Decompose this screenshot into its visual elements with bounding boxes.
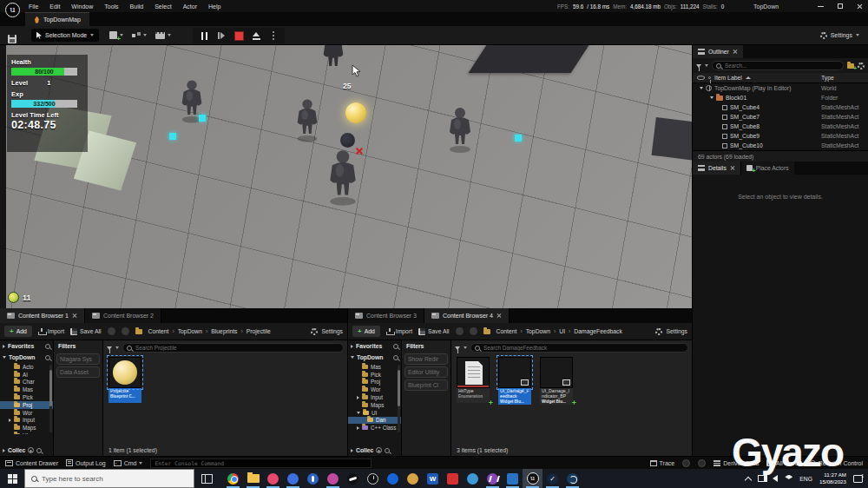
menu-actor[interactable]: Actor — [183, 3, 197, 10]
filter-pill[interactable]: Blueprint Cl — [404, 379, 448, 391]
pause-button[interactable] — [198, 30, 210, 42]
tree-item[interactable]: Wor — [348, 386, 401, 393]
tree-item[interactable]: Char — [0, 379, 53, 386]
item-label-column[interactable]: Item Label — [714, 75, 742, 81]
tree-item[interactable]: Acto — [0, 363, 53, 371]
breadcrumb-item[interactable]: UI — [559, 328, 565, 334]
game-viewport[interactable]: 25 Health 80/100 Level 1 Exp 332/500 Lev… — [6, 45, 692, 308]
close-icon[interactable] — [72, 313, 77, 319]
cb1-search-input[interactable] — [135, 345, 343, 351]
asset-hittype[interactable]: HitType Enumeration — [457, 357, 491, 405]
filter-pill[interactable]: Show Redir — [404, 353, 448, 365]
outliner-row-world[interactable]: TopDownMap (Play In Editor) World — [693, 83, 868, 93]
cmd-dropdown[interactable]: ›Cmd — [114, 460, 143, 466]
stop-button[interactable] — [233, 30, 245, 42]
search-icon[interactable] — [393, 344, 398, 349]
viewport-settings-dropdown[interactable]: Settings — [820, 29, 859, 42]
tree-item[interactable]: Wor — [0, 409, 53, 417]
console-command-input[interactable] — [155, 460, 367, 466]
tree-item-selected[interactable]: Dan — [348, 417, 401, 425]
topdown-section[interactable]: TopDown — [0, 352, 53, 363]
forward-button[interactable] — [122, 327, 129, 335]
outliner-row-mesh[interactable]: SM_Cube8 StaticMeshAct — [693, 122, 868, 131]
outliner-row-folder[interactable]: Block01 Folder — [693, 93, 868, 102]
app-chrome[interactable] — [223, 469, 243, 488]
visibility-column-icon[interactable] — [697, 76, 705, 80]
tree-item[interactable]: Pick — [348, 371, 401, 379]
filter-icon[interactable] — [455, 346, 460, 350]
tab-details[interactable]: Details — [693, 162, 740, 175]
app-pink[interactable] — [263, 469, 283, 488]
breadcrumb-item[interactable]: Content — [496, 328, 517, 334]
tree-item[interactable]: Maps — [348, 401, 401, 409]
outliner-search[interactable] — [712, 61, 844, 70]
breadcrumb-item[interactable]: TopDown — [526, 328, 550, 334]
screenshot-icon[interactable] — [698, 459, 706, 467]
menu-edit[interactable]: Edit — [49, 3, 60, 10]
app-maps[interactable] — [303, 469, 323, 488]
tree-item[interactable]: Proj — [348, 379, 401, 386]
app-dark-swoosh[interactable] — [343, 469, 363, 488]
collections-section[interactable]: Collec — [348, 445, 401, 456]
app-tan[interactable] — [403, 469, 423, 488]
filter-pill[interactable]: Data Asset — [56, 366, 100, 378]
task-view-icon[interactable] — [201, 474, 213, 484]
tree-scrollbar[interactable] — [49, 365, 52, 432]
add-button[interactable]: Add — [4, 326, 32, 337]
insights-icon[interactable] — [682, 459, 690, 467]
expand-icon[interactable] — [700, 87, 703, 89]
start-button[interactable] — [0, 469, 24, 488]
search-icon[interactable] — [45, 355, 50, 360]
app-outlook[interactable] — [503, 469, 523, 488]
back-button[interactable] — [108, 327, 115, 335]
breadcrumb-item[interactable]: Projectile — [247, 328, 271, 334]
filter-pill[interactable]: Niagara Sys — [56, 353, 100, 365]
tree-item[interactable]: Input — [348, 393, 401, 401]
outliner-search-input[interactable] — [725, 63, 843, 69]
filter-pill[interactable]: Editor Utility — [404, 366, 448, 378]
expand-icon[interactable] — [710, 96, 713, 99]
outliner-row-mesh[interactable]: SM_Cube4 StaticMeshAct — [693, 102, 868, 112]
menu-tools[interactable]: Tools — [104, 3, 118, 10]
tree-scrollbar[interactable] — [398, 365, 400, 432]
favorites-section[interactable]: Favorites — [0, 340, 53, 352]
app-visual-studio[interactable] — [483, 469, 503, 488]
outliner-row-mesh[interactable]: SM_Cube7 StaticMeshAct — [693, 112, 868, 122]
app-blue-circle[interactable] — [383, 469, 403, 488]
forward-button[interactable] — [470, 327, 477, 335]
menu-file[interactable]: File — [29, 3, 38, 10]
menu-build[interactable]: Build — [130, 3, 144, 10]
taskbar-search[interactable] — [24, 469, 194, 488]
add-collection-icon[interactable] — [28, 447, 34, 453]
app-clock[interactable] — [363, 469, 383, 488]
tab-content-browser-3[interactable]: Content Browser 3 — [348, 308, 424, 323]
cb-settings-dropdown[interactable]: Settings — [311, 328, 343, 335]
tree-item[interactable]: C++ Class — [348, 424, 401, 432]
tab-content-browser-4[interactable]: Content Browser 4 — [424, 308, 510, 323]
add-collection-icon[interactable] — [376, 447, 382, 453]
app-purple[interactable] — [323, 469, 343, 488]
content-drawer-button[interactable]: Content Drawer — [5, 460, 58, 466]
app-word[interactable] — [423, 469, 443, 488]
back-button[interactable] — [456, 327, 464, 335]
app-check[interactable] — [542, 469, 562, 488]
breadcrumb-item[interactable]: Content — [148, 328, 169, 334]
gear-icon[interactable] — [858, 63, 865, 69]
import-button[interactable]: Import — [38, 328, 64, 335]
minimize-icon[interactable] — [818, 6, 824, 7]
play-options-menu[interactable] — [267, 30, 279, 42]
cb-settings-dropdown[interactable]: Settings — [655, 328, 687, 335]
new-folder-icon[interactable] — [847, 63, 854, 69]
tray-expand-icon[interactable] — [745, 476, 752, 483]
tree-item[interactable]: Input — [0, 417, 53, 425]
cb2-search[interactable] — [470, 343, 688, 353]
tree-item[interactable]: Pick — [0, 393, 53, 401]
app-unreal-engine[interactable] — [523, 469, 542, 488]
app-file-explorer[interactable] — [243, 469, 263, 488]
add-actor-dropdown[interactable] — [109, 31, 123, 39]
asset-projectile[interactable]: Projectile Blueprint C... — [108, 357, 143, 403]
pin-column-icon[interactable] — [708, 76, 711, 79]
topdown-section[interactable]: TopDown — [348, 352, 401, 363]
type-column[interactable]: Type — [821, 75, 834, 81]
menu-help[interactable]: Help — [208, 3, 220, 10]
